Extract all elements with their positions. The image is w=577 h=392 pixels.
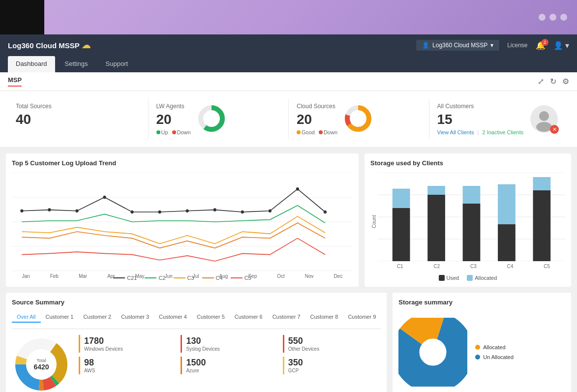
total-sources-stat: Total Sources 40 (8, 99, 149, 139)
gcp-stat-text: 350 GCP (288, 358, 303, 373)
lw-agents-legend: Up Down (156, 129, 191, 135)
all-customers-label: All Customers (437, 103, 524, 110)
chevron-down-icon: ▾ (490, 42, 493, 49)
windows-stat-text: 1780 Windows Devices (84, 336, 123, 352)
total-sources-label: Total Sources (16, 103, 140, 110)
lw-agents-text: LW Agents 20 Up Down (156, 103, 191, 135)
syslog-stat-text: 130 Syslog Devices (186, 336, 219, 352)
tab-customer8[interactable]: Customer 8 (305, 312, 343, 323)
view-all-clients-link[interactable]: View All Clients (437, 129, 474, 135)
tab-customer1[interactable]: Customer 1 (41, 312, 79, 323)
bar-c1-label: C1 (397, 264, 403, 269)
bar-chart-y-label: Count (370, 173, 378, 271)
tab-settings[interactable]: Settings (57, 56, 96, 72)
syslog-devices-stat: 130 Syslog Devices (181, 335, 278, 353)
bar-legend-used: Used (439, 275, 459, 281)
gcp-bar (283, 357, 284, 374)
license-label: License (507, 42, 527, 49)
svg-text:6420: 6420 (33, 363, 49, 371)
dot-3 (560, 14, 567, 21)
svg-point-25 (241, 211, 244, 214)
tab-dashboard[interactable]: Dashboard (8, 56, 55, 72)
x-dec: Dec (334, 273, 343, 279)
lw-agents-value: 20 (156, 112, 191, 127)
line-chart-x-axis: Jan Feb Mar Apr May Jun Jul Aug Sep Oct … (12, 273, 353, 279)
syslog-label: Syslog Devices (186, 346, 219, 352)
svg-rect-45 (498, 224, 516, 261)
svg-rect-39 (393, 208, 410, 261)
all-customers-content: All Customers 15 View All Clients | 2 In… (437, 103, 562, 135)
link-separator: | (478, 129, 479, 135)
tab-overall[interactable]: Over All (12, 312, 41, 323)
other-stat-row: 550 Other Devices (283, 335, 381, 353)
unallocated-label: Un Allocated (483, 354, 514, 360)
cloud-sources-text: Cloud Sources 20 Good Down (297, 103, 337, 135)
all-customers-stat: All Customers 15 View All Clients | 2 In… (429, 99, 570, 139)
inactive-clients-link[interactable]: 2 Inactive Clients (482, 129, 523, 135)
header-right: 👤 Log360 Cloud MSSP ▾ License 🔔 2 👤 ▾ (416, 40, 569, 51)
tab-customer5[interactable]: Customer 5 (192, 312, 230, 323)
aws-label: AWS (84, 368, 95, 373)
line-chart-title: Top 5 Customer Log Upload Trend (12, 159, 353, 167)
cloud-down-legend: Down (319, 129, 337, 135)
tab-customer7[interactable]: Customer 7 (268, 312, 305, 323)
header: Log360 Cloud MSSP ☁ 👤 Log360 Cloud MSSP … (0, 34, 577, 56)
line-chart-panel: Top 5 Customer Log Upload Trend 60 GB 40… (6, 153, 359, 287)
line-chart-svg: 60 GB 40 GB 20 GB 0 (12, 173, 353, 271)
logo: Log360 Cloud MSSP ☁ (8, 40, 91, 51)
all-customers-text: All Customers 15 View All Clients | 2 In… (437, 103, 524, 135)
settings-button[interactable]: ⚙ (562, 77, 569, 86)
customer-avatar: ✕ (529, 104, 559, 134)
bar-chart-svg: 100 75 50 25 0 (378, 173, 565, 261)
notification-button[interactable]: 🔔 2 (536, 41, 546, 50)
tab-customer3[interactable]: Customer 3 (116, 312, 154, 323)
svg-point-28 (324, 211, 327, 214)
unallocated-legend: Un Allocated (475, 354, 514, 360)
cloud-btn-label: Log360 Cloud MSSP (432, 42, 487, 49)
other-stat-text: 550 Other Devices (288, 336, 319, 352)
x-jun: Jun (165, 273, 173, 279)
cloud-sources-content: Cloud Sources 20 Good Down (297, 103, 421, 135)
user-icon: 👤 (422, 42, 429, 49)
storage-pie-legend: Allocated Un Allocated (475, 344, 514, 360)
gcp-stat-row: 350 GCP (283, 357, 381, 374)
bar-legend-allocated-label: Allocated (475, 275, 497, 281)
bar-chart-x-labels: C1 C2 C3 C4 C5 (378, 264, 565, 269)
x-may: May (135, 273, 145, 279)
svg-point-6 (539, 111, 549, 121)
expand-button[interactable]: ⤢ (538, 77, 544, 86)
gcp-label: GCP (288, 368, 303, 373)
aws-stat-row: 98 AWS (79, 357, 177, 374)
source-stats-grid: 1780 Windows Devices 130 Syslog Devices (79, 335, 381, 374)
tab-customer2[interactable]: Customer 2 (78, 312, 116, 323)
bottom-row: Source Summary Over All Customer 1 Custo… (0, 293, 577, 392)
bar-c2-label: C2 (433, 264, 440, 269)
azure-stat: 1500 Azure (181, 357, 278, 374)
all-customers-value: 15 (437, 112, 524, 127)
azure-value: 1500 (186, 358, 206, 368)
user-menu-button[interactable]: 👤 ▾ (553, 41, 569, 50)
windows-devices-stat: 1780 Windows Devices (79, 335, 177, 353)
svg-rect-41 (427, 195, 445, 261)
svg-rect-46 (498, 184, 516, 224)
bar-chart-legend: Used Allocated (370, 275, 565, 281)
lw-agents-label: LW Agents (156, 103, 191, 110)
other-devices-stat: 550 Other Devices (283, 335, 381, 353)
x-nov: Nov (305, 273, 314, 279)
cloud-sources-label: Cloud Sources (297, 103, 337, 110)
tab-support[interactable]: Support (98, 56, 136, 72)
tab-customer6[interactable]: Customer 6 (230, 312, 268, 323)
storage-summary-title: Storage summary (398, 299, 565, 306)
bar-chart-title: Storage used by Clients (370, 159, 565, 167)
cloud-mssp-button[interactable]: 👤 Log360 Cloud MSSP ▾ (416, 40, 499, 51)
tab-customer9[interactable]: Customer 9 (343, 312, 381, 323)
windows-stat-row: 1780 Windows Devices (79, 335, 177, 353)
allocated-dot (475, 345, 480, 350)
bar-chart-panel: Storage used by Clients Count 100 75 50 … (364, 153, 571, 287)
total-sources-value: 40 (16, 112, 140, 127)
allocated-legend: Allocated (475, 344, 514, 350)
tab-customer4[interactable]: Customer 4 (154, 312, 192, 323)
refresh-button[interactable]: ↻ (550, 77, 556, 86)
svg-rect-44 (463, 186, 481, 204)
bar-legend-used-label: Used (447, 275, 459, 281)
